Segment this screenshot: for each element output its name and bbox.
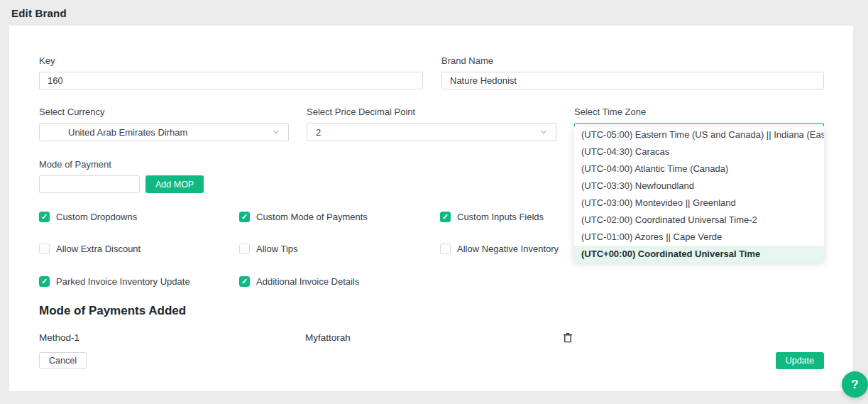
checkbox-icon: ✓ [239,212,250,222]
timezone-option[interactable]: (UTC-03:00) Montevideo || Greenland [574,195,824,212]
page-header: Edit Brand [0,0,868,26]
brand-name-label: Brand Name [441,55,824,66]
trash-icon [563,332,573,343]
key-input[interactable] [39,72,423,89]
checkbox-icon: ✓ [39,276,50,287]
checkbox-allow-extra-discount[interactable]: ✓ Allow Extra Discount [39,244,141,254]
mop-added-row: Method-1 Myfattorah [39,332,824,343]
cancel-button[interactable]: Cancel [39,352,87,369]
timezone-field-group: Select Time Zone (UTC+00:00) Coordinated… [574,107,824,141]
price-decimal-select[interactable]: 2 [307,123,556,141]
page-title: Edit Brand [11,7,67,19]
checkbox-icon: ✓ [440,244,451,254]
checkbox-allow-tips[interactable]: ✓ Allow Tips [239,244,298,254]
edit-brand-card: Key Brand Name Select Currency United Ar… [9,26,853,391]
timezone-option[interactable]: (UTC-04:00) Atlantic Time (Canada) [574,160,824,178]
brand-name-field-group: Brand Name [441,55,824,89]
check-icon: ✓ [241,213,248,221]
checkbox-custom-mode-of-payments[interactable]: ✓ Custom Mode of Payments [239,212,368,222]
timezone-label: Select Time Zone [574,107,824,117]
timezone-option-selected[interactable]: (UTC+00:00) Coordinated Universal Time [574,246,824,263]
checkbox-label: Custom Mode of Payments [256,212,368,222]
key-label: Key [39,55,423,66]
chevron-down-icon [273,129,280,136]
timezone-option[interactable]: (UTC-04:30) Caracas [574,143,824,160]
check-icon: ✓ [442,213,449,221]
question-mark-icon: ? [851,378,858,392]
price-decimal-field-group: Select Price Decimal Point 2 [307,107,556,141]
delete-mop-button[interactable] [563,332,573,343]
checkbox-label: Additional Invoice Details [256,276,359,287]
checkbox-additional-invoice-details[interactable]: ✓ Additional Invoice Details [239,276,359,287]
currency-field-group: Select Currency United Arab Emirates Dir… [39,107,289,141]
currency-value: United Arab Emirates Dirham [48,127,187,138]
checkbox-icon: ✓ [239,244,250,254]
checkbox-icon: ✓ [39,212,50,222]
mode-of-payment-input[interactable] [39,175,140,193]
price-decimal-value: 2 [316,127,321,138]
timezone-dropdown: (UTC-05:00) Eastern Time (US and Canada)… [574,126,824,263]
timezone-option[interactable]: (UTC-01:00) Azores || Cape Verde [574,229,824,246]
checkbox-custom-dropdowns[interactable]: ✓ Custom Dropdowns [39,212,137,222]
mop-added-heading: Mode of Payments Added [39,304,824,318]
key-field-group: Key [39,55,423,89]
chevron-down-icon [540,129,547,136]
checkbox-label: Allow Negative Inventory [457,244,559,254]
checkbox-icon: ✓ [239,276,250,287]
currency-label: Select Currency [39,107,289,117]
price-decimal-label: Select Price Decimal Point [307,107,556,117]
help-button[interactable]: ? [842,371,868,398]
timezone-option[interactable]: (UTC-05:00) Eastern Time (US and Canada)… [574,126,824,143]
checkbox-icon: ✓ [39,244,50,254]
mop-method-name: Method-1 [39,332,305,343]
checkbox-allow-negative-inventory[interactable]: ✓ Allow Negative Inventory [440,244,559,254]
checkbox-label: Parked Invoice Inventory Update [56,276,190,287]
checkbox-label: Allow Tips [256,244,298,254]
checkbox-parked-invoice-inventory-update[interactable]: ✓ Parked Invoice Inventory Update [39,276,190,287]
check-icon: ✓ [241,278,248,285]
brand-name-input[interactable] [441,72,824,89]
check-icon: ✓ [41,278,48,285]
add-mop-button[interactable]: Add MOP [145,175,204,193]
mop-provider-name: Myfattorah [305,332,554,343]
timezone-option[interactable]: (UTC-02:00) Coordinated Universal Time-2 [574,212,824,229]
checkbox-icon: ✓ [440,212,451,222]
update-button[interactable]: Update [776,352,824,369]
check-icon: ✓ [41,213,48,221]
timezone-option[interactable]: (UTC-03:30) Newfoundland [574,178,824,195]
checkbox-label: Custom Dropdowns [56,212,137,222]
checkbox-label: Custom Inputs Fields [457,212,544,222]
currency-select[interactable]: United Arab Emirates Dirham [39,123,289,141]
checkbox-custom-inputs-fields[interactable]: ✓ Custom Inputs Fields [440,212,544,222]
checkbox-label: Allow Extra Discount [56,244,141,254]
